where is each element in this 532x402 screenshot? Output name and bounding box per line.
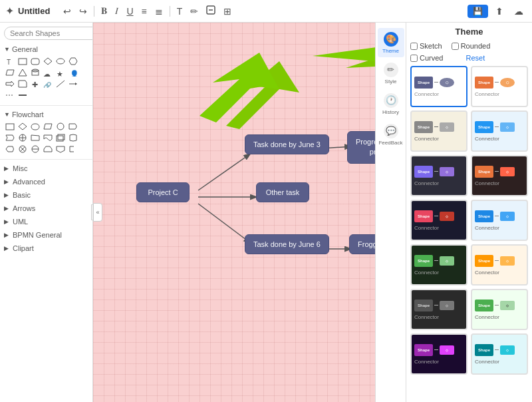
rounded-option[interactable]: Rounded (452, 42, 491, 50)
expand-icon-fc: ▼ (4, 111, 10, 118)
canvas-area[interactable]: « (93, 23, 375, 402)
section-bpmn-title[interactable]: ▶ BPMN General (4, 230, 88, 240)
draw-button[interactable]: ✏ (188, 5, 201, 18)
rect-shape[interactable] (17, 56, 29, 67)
theme-card-purple-dark[interactable]: Shape ◇ Connector (410, 333, 467, 375)
align-center-button[interactable]: ≣ (152, 5, 166, 18)
theme-card-blue-light[interactable]: Shape ◇ Connector (471, 110, 528, 152)
fc-process[interactable] (4, 121, 16, 132)
align-left-button[interactable]: ≡ (139, 5, 150, 18)
triangle-shape[interactable] (17, 67, 29, 78)
rounded-checkbox[interactable] (452, 43, 459, 50)
side-icon-style[interactable]: ✏ Style (378, 59, 404, 88)
theme-card-light-orange[interactable]: Shape ◇ Connector (471, 244, 528, 286)
curved-option[interactable]: Curved (410, 54, 443, 62)
side-icon-history[interactable]: 🕐 History (378, 89, 404, 118)
theme-card-dark-orange[interactable]: Shape ◇ Connector (471, 155, 528, 196)
theme-card-teal[interactable]: Shape ◇ Connector (471, 333, 528, 375)
fc-or[interactable] (29, 144, 41, 154)
fc-document[interactable] (42, 132, 54, 143)
theme-card-orange[interactable]: Shape ⬡ Connector (471, 66, 528, 107)
grid-button[interactable]: ⊞ (221, 5, 234, 18)
fc-stored-data[interactable] (67, 132, 79, 143)
fc-data[interactable] (42, 121, 54, 132)
cloud-shape[interactable]: ☁ (42, 67, 54, 78)
theme-card-default[interactable]: Shape ⬡ Connector (410, 66, 467, 107)
sketch-option[interactable]: Sketch (410, 42, 442, 50)
shape-button[interactable] (203, 4, 218, 18)
fc-manual[interactable] (29, 132, 41, 143)
rounded-rect-shape[interactable] (29, 56, 41, 67)
reset-button[interactable]: Reset (466, 54, 485, 62)
svg-line-19 (57, 81, 65, 87)
fc-delay[interactable] (67, 121, 79, 132)
fc-display[interactable] (4, 144, 16, 154)
canvas-background (93, 23, 375, 402)
theme-card-dark-green[interactable]: Shape ◇ Connector (410, 244, 467, 286)
theme-card-atlas-blue[interactable]: Shape ◇ Connector (471, 200, 528, 241)
bold-button[interactable]: 𝐁 (98, 4, 110, 18)
node-project-c[interactable]: Project C (136, 182, 190, 202)
node-task-june6[interactable]: Task done by June 6 (245, 234, 329, 254)
parallelogram-shape[interactable] (4, 67, 16, 78)
fc-connector-circle[interactable] (55, 121, 66, 132)
side-icon-feedback[interactable]: 💬 FeedBack (378, 120, 404, 149)
arrow-right-shape[interactable] (4, 79, 16, 89)
node-progress[interactable]: Progress of theproject (347, 131, 375, 164)
fc-xor[interactable] (17, 144, 29, 154)
side-icon-theme[interactable]: 🎨 Theme (378, 28, 404, 57)
section-misc-title[interactable]: ▶ Misc (4, 163, 88, 174)
hexagon-shape[interactable] (67, 56, 79, 67)
section-basic-title[interactable]: ▶ Basic (4, 190, 88, 200)
section-clipart-title[interactable]: ▶ Clipart (4, 243, 88, 254)
text-button[interactable]: T (174, 5, 186, 18)
link-shape[interactable]: 🔗 (42, 79, 54, 89)
fc-offpage[interactable] (55, 144, 66, 154)
redo-button[interactable]: ↪ (76, 5, 90, 18)
node-froggress[interactable]: Froggress (349, 234, 375, 254)
arrow-line[interactable] (67, 79, 79, 89)
share-button[interactable]: ⬆ (492, 4, 507, 19)
underline-button[interactable]: U (124, 5, 136, 18)
ellipse-shape[interactable] (55, 56, 66, 67)
note-shape[interactable] (17, 79, 29, 89)
dashed-line[interactable] (4, 90, 16, 100)
person-shape[interactable]: 👤 (67, 67, 79, 78)
cloud-button[interactable]: ☁ (511, 4, 527, 19)
diagonal-line[interactable] (55, 79, 66, 89)
node-task-june3[interactable]: Task done by June 3 (245, 134, 329, 154)
fc-decision[interactable] (17, 121, 29, 132)
section-flowchart-title[interactable]: ▼ Flowchart (4, 109, 88, 120)
section-advanced-title[interactable]: ▶ Advanced (4, 176, 88, 187)
cylinder-shape[interactable] (29, 67, 41, 78)
fc-preparation[interactable] (4, 132, 16, 143)
text-shape[interactable]: T (4, 56, 16, 67)
history-icon: 🕐 (384, 93, 398, 108)
section-general-title[interactable]: ▼ General (4, 44, 88, 55)
panel-collapse-button[interactable]: « (93, 203, 102, 222)
cross-shape[interactable]: ✚ (29, 79, 41, 89)
undo-button[interactable]: ↩ (61, 5, 74, 18)
search-input[interactable] (4, 27, 93, 40)
save-button[interactable]: 💾 (467, 5, 488, 18)
section-arrows-title[interactable]: ▶ Arrows (4, 203, 88, 214)
thick-arrow-line[interactable] (17, 90, 29, 100)
fc-summing[interactable] (17, 132, 29, 143)
node-other-task[interactable]: Other task (256, 182, 309, 202)
section-uml-title[interactable]: ▶ UML (4, 216, 88, 227)
italic-button[interactable]: 𝐼 (112, 4, 121, 18)
curved-checkbox[interactable] (410, 55, 418, 62)
theme-card-minimal-dark[interactable]: Shape ◇ Connector (410, 289, 467, 330)
star-shape[interactable]: ★ (55, 67, 66, 78)
fc-multidoc[interactable] (55, 132, 66, 143)
fc-terminator[interactable] (29, 121, 41, 132)
sketch-checkbox[interactable] (410, 43, 418, 50)
theme-card-sketch[interactable]: Shape ◇ Connector (410, 110, 467, 152)
svg-rect-4 (31, 59, 39, 65)
fc-annotation[interactable] (67, 144, 79, 154)
diamond-shape[interactable] (42, 56, 54, 67)
theme-card-green-light[interactable]: Shape ◇ Connector (471, 289, 528, 330)
theme-card-dark[interactable]: Shape ◇ Connector (410, 155, 467, 196)
theme-card-atlas[interactable]: Shape ◇ Connector (410, 200, 467, 241)
fc-loop-limit[interactable] (42, 144, 54, 154)
